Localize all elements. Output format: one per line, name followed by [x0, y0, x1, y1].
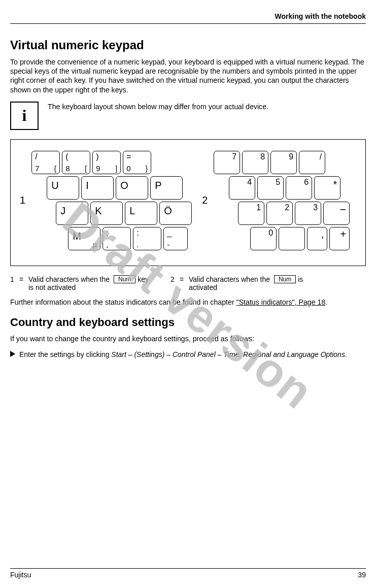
key: L — [125, 202, 157, 225]
key: 5 — [257, 176, 284, 200]
key: /7{ — [31, 151, 60, 174]
diagram-label-2: 2 — [202, 194, 208, 206]
key: Ö — [159, 202, 192, 225]
key: O — [116, 176, 148, 200]
key: K — [90, 202, 123, 225]
key: :. — [133, 227, 161, 250]
key: 8 — [242, 151, 268, 174]
key: 4 — [229, 176, 255, 200]
info-note-text: The keyboard layout shown below may diff… — [48, 102, 268, 111]
heading-virtual-keypad: Virtual numeric keypad — [10, 38, 366, 52]
key: I — [81, 176, 114, 200]
key — [279, 227, 305, 250]
step-bullet-icon — [10, 351, 15, 357]
intro-paragraph: To provide the convenience of a numeric … — [10, 57, 366, 94]
menu-path: Start – (Settings) – Control Panel – Tim… — [111, 350, 345, 358]
running-header: Working with the notebook — [10, 12, 366, 23]
page-number: 39 — [358, 571, 366, 579]
header-divider — [10, 23, 366, 24]
key: , — [307, 227, 327, 250]
key: J — [56, 202, 88, 225]
legend-item-1: 1 = Valid characters when the Num key is… — [10, 275, 150, 291]
key: =0} — [123, 151, 151, 174]
key: 3 — [295, 202, 321, 225]
key: )9] — [92, 151, 121, 174]
key: 7 — [214, 151, 240, 174]
keyboard-diagram: 1 /7{ (8[ )9] =0} U I O P J K — [10, 139, 366, 266]
key: 1 — [238, 202, 264, 225]
key: P — [150, 176, 183, 200]
further-info-paragraph: Further information about the status ind… — [10, 298, 366, 307]
step-row: Enter the settings by clicking Start – (… — [10, 350, 366, 358]
info-note: i The keyboard layout shown below may di… — [10, 102, 366, 130]
status-indicators-link[interactable]: "Status indicators", Page 18 — [236, 298, 326, 306]
info-icon: i — [10, 102, 39, 130]
keyboard-left: /7{ (8[ )9] =0} U I O P J K L Ö — [31, 151, 192, 250]
keyboard-right: 7 8 9 / 4 5 6 * 1 2 3 − 0 — [214, 151, 350, 250]
key: * — [314, 176, 340, 200]
diagram-legend: 1 = Valid characters when the Num key is… — [10, 275, 366, 291]
footer-divider — [10, 568, 366, 569]
diagram-label-1: 1 — [20, 194, 25, 206]
country-intro: If you want to change the country and ke… — [10, 334, 366, 343]
heading-country-keyboard: Country and keyboard settings — [10, 316, 366, 329]
legend-item-2: 2 = Valid characters when the Num is act… — [170, 275, 311, 291]
key: + — [329, 227, 350, 250]
key: 2 — [266, 202, 293, 225]
key: 0 — [250, 227, 277, 250]
page-footer: Fujitsu 39 — [10, 568, 366, 579]
key: 9 — [270, 151, 297, 174]
key: U — [47, 176, 79, 200]
key: (8[ — [62, 151, 90, 174]
key: 6 — [286, 176, 312, 200]
key: ;, — [102, 227, 131, 250]
key: _- — [163, 227, 188, 250]
key: − — [323, 202, 350, 225]
footer-brand: Fujitsu — [10, 571, 31, 579]
key: Mµ — [68, 227, 100, 250]
num-key-label: Num — [274, 275, 296, 283]
key: / — [299, 151, 325, 174]
num-key-label: Num — [114, 275, 135, 283]
